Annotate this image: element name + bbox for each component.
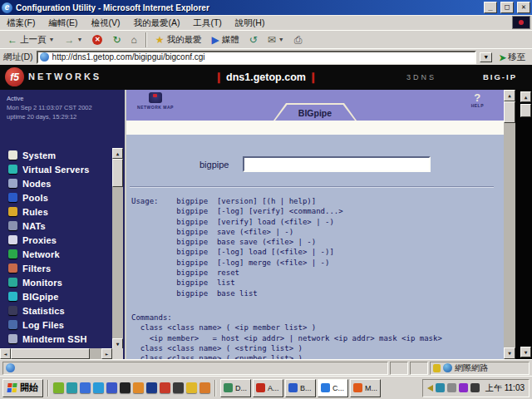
scroll-left-icon[interactable]: ◄ <box>0 348 11 359</box>
menu-item[interactable]: 檢視(V) <box>84 16 126 31</box>
forward-button[interactable]: → ▼ <box>60 34 86 46</box>
quick-launch-icon[interactable] <box>133 382 144 393</box>
quick-launch-icon[interactable] <box>66 382 77 393</box>
scrollbar-thumb[interactable] <box>112 159 123 187</box>
scroll-down-icon[interactable]: ▼ <box>520 347 531 357</box>
task-buttons: D... A... B... C... <box>220 379 381 397</box>
task-window-button[interactable]: M... <box>350 379 381 397</box>
quick-launch-icon[interactable] <box>93 382 104 393</box>
nav-item[interactable]: Network <box>0 247 111 261</box>
back-dropdown-icon[interactable]: ▼ <box>49 37 55 42</box>
nav-item[interactable]: Rules <box>0 204 111 219</box>
task-window-button[interactable]: B... <box>285 379 316 397</box>
menu-item[interactable]: 編輯(E) <box>42 16 84 31</box>
mail-dropdown-icon[interactable]: ▼ <box>278 37 284 42</box>
scroll-right-icon[interactable]: ► <box>101 348 112 359</box>
scroll-up-icon[interactable]: ▲ <box>520 91 531 102</box>
menu-item[interactable]: 我的最愛(A) <box>126 16 186 31</box>
url-text[interactable]: http://dns1.getop.com/bigipgui/bigconf.c… <box>52 52 474 62</box>
refresh-button[interactable]: ↻ <box>108 34 125 46</box>
nav-item[interactable]: Proxies <box>0 233 111 247</box>
start-button[interactable]: 開始 <box>2 379 43 397</box>
print-icon: ⎙ <box>294 35 303 45</box>
quick-launch-icon[interactable] <box>146 382 157 393</box>
history-button[interactable]: ↺ <box>245 34 262 46</box>
quick-launch-icon[interactable] <box>173 382 184 393</box>
nav-item[interactable]: Virtual Servers <box>0 162 111 176</box>
nav-item[interactable]: Statistics <box>0 303 111 318</box>
nav-item-label: System <box>22 150 56 160</box>
favorites-button[interactable]: ★ 我的最愛 <box>151 33 206 47</box>
status-bar: 網際網路 <box>0 359 532 376</box>
scrollbar-thumb[interactable] <box>504 101 515 123</box>
menu-item[interactable]: 說明(H) <box>229 16 272 31</box>
task-window-label: B... <box>300 384 312 392</box>
quick-launch-icon[interactable] <box>120 382 131 393</box>
back-button[interactable]: ← 上一頁 ▼ <box>3 33 58 47</box>
browser-vertical-scrollbar[interactable]: ▲ ▼ <box>520 90 531 359</box>
menu-item[interactable]: 檔案(F) <box>0 16 42 31</box>
quick-launch-icon[interactable] <box>186 382 197 393</box>
scrollbar-thumb[interactable] <box>520 104 531 117</box>
nav-item[interactable]: Monitors <box>0 275 111 289</box>
go-button[interactable]: ➤ 移至 <box>495 52 529 63</box>
quick-launch-icon[interactable] <box>160 382 170 393</box>
sidebar-vertical-scrollbar[interactable]: ▲ ▼ <box>112 148 123 349</box>
media-button[interactable]: ▶ 媒體 <box>207 33 243 47</box>
maximize-button[interactable]: □ <box>500 2 514 13</box>
quick-launch-icon[interactable] <box>53 382 64 393</box>
tray-icon[interactable] <box>470 383 480 392</box>
address-input[interactable]: http://dns1.getop.com/bigipgui/bigconf.c… <box>37 51 477 64</box>
task-window-button[interactable]: D... <box>220 379 251 397</box>
tray-icon[interactable] <box>447 383 456 392</box>
bigpipe-usage-text: Usage: bigpipe [version] [(h | help)] bi… <box>131 196 343 298</box>
tray-icon[interactable] <box>459 383 468 392</box>
nav-item[interactable]: Filters <box>0 261 111 275</box>
nav-item[interactable]: Pools <box>0 190 111 204</box>
forward-icon: → <box>64 35 74 45</box>
scrollbar-thumb[interactable] <box>11 348 90 359</box>
quick-launch-icon[interactable] <box>106 382 117 393</box>
forward-dropdown-icon[interactable]: ▼ <box>76 37 82 42</box>
nav-item-label: Virtual Servers <box>22 165 89 175</box>
scroll-down-icon[interactable]: ▼ <box>504 347 515 359</box>
status-message-pane <box>2 362 388 375</box>
nav-item[interactable]: BIGpipe <box>0 289 111 303</box>
print-button[interactable]: ⎙ <box>290 34 307 46</box>
link-bigip[interactable]: BIG-IP <box>483 72 517 81</box>
help-button[interactable]: ? HELP <box>471 92 484 108</box>
help-label: HELP <box>471 103 484 108</box>
scroll-up-icon[interactable]: ▲ <box>112 148 123 159</box>
lock-icon <box>433 364 441 372</box>
sidebar-horizontal-scrollbar[interactable]: ◄ ► <box>0 348 112 359</box>
scroll-up-icon[interactable]: ▲ <box>504 90 515 101</box>
mail-button[interactable]: ✉ ▼ <box>264 34 288 46</box>
quick-launch-icon[interactable] <box>200 382 210 393</box>
nav-item-label: Network <box>22 249 60 259</box>
task-window-button[interactable]: A... <box>253 379 283 397</box>
tray-icon[interactable] <box>436 383 445 392</box>
minimize-button[interactable]: _ <box>484 2 497 13</box>
nav-item[interactable]: System <box>0 148 111 162</box>
stop-button[interactable]: ✕ <box>88 34 106 46</box>
close-button[interactable]: ✕ <box>517 2 530 13</box>
nav-item[interactable]: Nodes <box>0 176 111 190</box>
content-vertical-scrollbar[interactable]: ▲ ▼ <box>504 90 515 359</box>
network-map-button[interactable]: NETWORK MAP <box>135 92 176 110</box>
nav-item[interactable]: Mindterm SSH <box>0 332 111 346</box>
network-map-icon <box>149 92 162 103</box>
task-window-button[interactable]: C... <box>318 379 348 397</box>
back-icon: ← <box>7 35 17 45</box>
address-dropdown-icon[interactable]: ▼ <box>480 52 492 62</box>
bigpipe-command-input[interactable] <box>243 156 431 172</box>
home-icon: ⌂ <box>131 35 136 45</box>
link-3dns[interactable]: 3DNS <box>406 73 436 81</box>
volume-icon[interactable] <box>427 385 433 392</box>
nav-item[interactable]: Log Files <box>0 318 111 332</box>
nav-item[interactable]: NATs <box>0 219 111 233</box>
menu-item[interactable]: 工具(T) <box>186 16 228 31</box>
home-button[interactable]: ⌂ <box>126 34 140 46</box>
browser-toolbar: ← 上一頁 ▼ → ▼ ✕ ↻ ⌂ ★ 我的最愛 ▶ 媒體 ↺ ✉ <box>0 30 532 48</box>
quick-launch-icon[interactable] <box>80 382 91 393</box>
tab-bigpipe[interactable]: BIGpipe <box>273 103 357 121</box>
